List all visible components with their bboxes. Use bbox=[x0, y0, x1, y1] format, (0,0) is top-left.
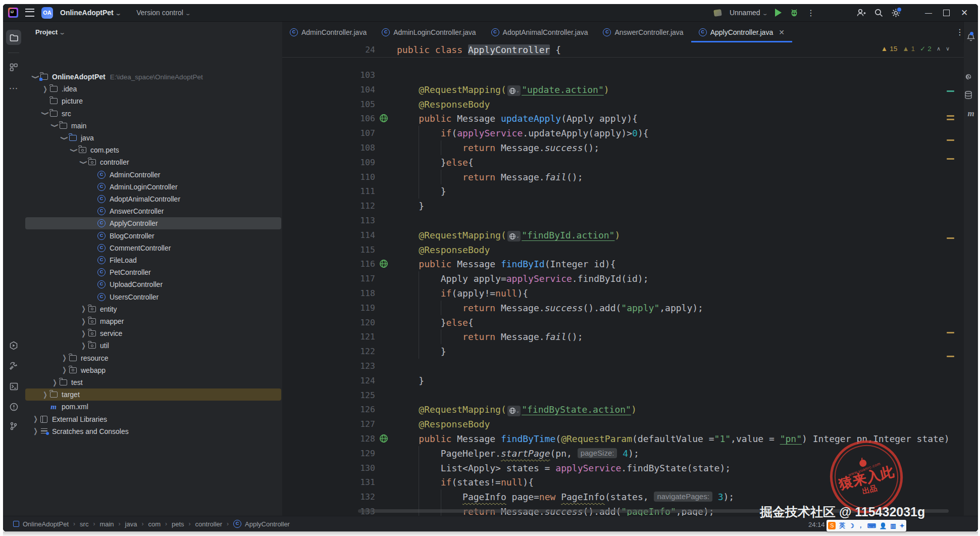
code-line-123[interactable]: 123 bbox=[282, 359, 964, 373]
ime-button-icon[interactable]: 👤 bbox=[880, 522, 887, 529]
passed-count[interactable]: ✓2 bbox=[920, 44, 932, 53]
code-line-118[interactable]: 118if(apply!=null){ bbox=[282, 286, 964, 301]
services-toolwindow-icon[interactable] bbox=[6, 338, 21, 353]
line-number[interactable]: 103 bbox=[282, 68, 375, 82]
line-number[interactable]: 123 bbox=[282, 359, 375, 373]
error-stripe-mark[interactable] bbox=[947, 237, 954, 239]
tree-chevron-icon[interactable]: ❯ bbox=[79, 342, 88, 350]
error-stripe-mark[interactable] bbox=[947, 90, 954, 92]
error-stripe-mark[interactable] bbox=[947, 119, 954, 120]
code-line-127[interactable]: 127@ResponseBody bbox=[282, 417, 964, 431]
code-line-124[interactable]: 124} bbox=[282, 373, 964, 388]
tree-chevron-icon[interactable]: ❯ bbox=[61, 134, 68, 142]
breadcrumb-item[interactable]: OnlineAdoptPet bbox=[13, 520, 69, 528]
line-number[interactable]: 104 bbox=[282, 82, 375, 97]
ime-toolbar[interactable]: S英☽，⌨👤▥✦ bbox=[827, 520, 906, 531]
error-stripe-mark[interactable] bbox=[947, 332, 954, 333]
line-number[interactable]: 108 bbox=[282, 140, 375, 155]
tree-item-main[interactable]: ❯main bbox=[25, 120, 281, 132]
weak-warning-count[interactable]: ▲1 bbox=[902, 45, 915, 53]
warning-count[interactable]: ▲15 bbox=[881, 45, 897, 53]
tree-chevron-icon[interactable]: ❯ bbox=[41, 391, 49, 398]
notifications-bell-icon[interactable] bbox=[964, 33, 978, 44]
tree-item-petcontroller[interactable]: CPetController bbox=[25, 266, 281, 278]
line-number[interactable]: 119 bbox=[282, 301, 375, 315]
line-number[interactable]: 126 bbox=[282, 402, 375, 417]
tree-item-applycontroller[interactable]: CApplyController bbox=[25, 217, 281, 229]
ime-button-icon[interactable]: ⌨ bbox=[867, 522, 875, 529]
code-line-107[interactable]: 107if(applyService.updateApply(apply)>0)… bbox=[282, 126, 964, 140]
maven-toolwindow-icon[interactable]: m bbox=[964, 109, 978, 119]
git-toolwindow-icon[interactable] bbox=[6, 418, 21, 433]
code-line-126[interactable]: 126@RequestMapping(⌄"findByState.action"… bbox=[282, 402, 964, 417]
tree-chevron-icon[interactable]: ❯ bbox=[80, 158, 87, 167]
tree-item-commentcontroller[interactable]: CCommentController bbox=[25, 242, 281, 254]
tree-item-service[interactable]: ❯service bbox=[25, 327, 281, 339]
editor-tab[interactable]: CAnswerController.java bbox=[595, 22, 691, 42]
window-minimize-button[interactable]: — bbox=[922, 9, 935, 17]
tree-item-entity[interactable]: ❯entity bbox=[25, 303, 281, 315]
tree-item-webapp[interactable]: ❯webapp bbox=[25, 364, 281, 376]
line-number[interactable]: 111 bbox=[282, 184, 375, 199]
ime-button-icon[interactable]: ▥ bbox=[890, 522, 896, 529]
line-number[interactable]: 122 bbox=[282, 344, 375, 359]
line-number[interactable]: 106 bbox=[282, 111, 375, 126]
code-line-114[interactable]: 114@RequestMapping(⌄"findById.action") bbox=[282, 228, 964, 242]
tree-item-admincontroller[interactable]: CAdminController bbox=[25, 169, 281, 181]
breadcrumb-item[interactable]: CApplyController bbox=[233, 520, 290, 528]
url-mapping-globe-chip[interactable]: ⌄ bbox=[507, 231, 521, 241]
endpoint-globe-icon[interactable] bbox=[379, 434, 388, 443]
code-line-112[interactable]: 112} bbox=[282, 199, 964, 213]
main-menu-icon[interactable] bbox=[25, 9, 34, 17]
run-config-selector[interactable]: Unnamed⌄ bbox=[730, 9, 767, 17]
code-line-125[interactable]: 125 bbox=[282, 388, 964, 403]
debug-button[interactable] bbox=[790, 8, 799, 17]
code-line-109[interactable]: 109}else{ bbox=[282, 155, 964, 170]
tree-chevron-icon[interactable]: ❯ bbox=[79, 329, 88, 337]
error-stripe-mark[interactable] bbox=[947, 356, 954, 357]
endpoint-globe-icon[interactable] bbox=[379, 259, 388, 268]
code-line-104[interactable]: 104@RequestMapping(⌄"update.action") bbox=[282, 82, 964, 97]
settings-gear-icon[interactable] bbox=[891, 8, 901, 18]
line-number[interactable]: 132 bbox=[282, 490, 375, 504]
code-line-110[interactable]: 110return Message.fail(); bbox=[282, 170, 964, 184]
tree-chevron-icon[interactable]: ❯ bbox=[70, 146, 78, 155]
line-number[interactable]: 127 bbox=[282, 417, 375, 431]
breadcrumb-item[interactable]: controller bbox=[195, 520, 222, 528]
tree-item-com-pets[interactable]: ❯com.pets bbox=[25, 144, 281, 156]
project-avatar-badge[interactable]: OA bbox=[41, 7, 53, 19]
prev-problem-chevron[interactable]: ∧ bbox=[937, 45, 941, 52]
tree-item-java[interactable]: ❯java bbox=[25, 132, 281, 144]
tree-item-answercontroller[interactable]: CAnswerController bbox=[25, 205, 281, 217]
more-toolwindows-icon[interactable]: ⋯ bbox=[6, 81, 21, 96]
line-number[interactable]: 124 bbox=[282, 373, 375, 388]
code-line-115[interactable]: 115@ResponseBody bbox=[282, 242, 964, 257]
line-number[interactable]: 125 bbox=[282, 388, 375, 403]
line-number[interactable]: 115 bbox=[282, 242, 375, 257]
run-button[interactable] bbox=[775, 9, 782, 17]
window-restore-button[interactable] bbox=[943, 10, 950, 16]
code-line-111[interactable]: 111} bbox=[282, 184, 964, 199]
terminal-toolwindow-icon[interactable] bbox=[6, 379, 21, 394]
inspections-widget[interactable]: ▲15 ▲1 ✓2 ∧ ∨ bbox=[881, 44, 950, 53]
tab-options-button[interactable]: ⋮ bbox=[956, 27, 959, 37]
tree-chevron-icon[interactable]: ❯ bbox=[60, 354, 69, 362]
project-name-menu[interactable]: OnlineAdoptPet⌄ bbox=[60, 9, 120, 17]
ime-button-icon[interactable]: ☽ bbox=[849, 522, 854, 529]
endpoints-toolwindow-icon[interactable] bbox=[964, 72, 978, 81]
error-stripe-mark[interactable] bbox=[947, 115, 954, 117]
tree-chevron-icon[interactable]: ❯ bbox=[41, 85, 49, 92]
tree-item-fileload[interactable]: CFileLoad bbox=[25, 254, 281, 266]
code-line-106[interactable]: 106public Message updateApply(Apply appl… bbox=[282, 111, 964, 126]
tree-item-controller[interactable]: ❯controller bbox=[25, 156, 281, 168]
next-problem-chevron[interactable]: ∨ bbox=[946, 45, 950, 52]
tab-close-icon[interactable]: ✕ bbox=[779, 28, 785, 36]
tree-chevron-icon[interactable]: ❯ bbox=[41, 109, 49, 118]
line-number[interactable]: 116 bbox=[282, 257, 375, 271]
code-line-116[interactable]: 116public Message findById(Integer id){ bbox=[282, 257, 964, 271]
line-number[interactable]: 112 bbox=[282, 199, 375, 213]
editor-tab[interactable]: CAdminController.java bbox=[282, 22, 374, 42]
line-number[interactable]: 113 bbox=[282, 213, 375, 228]
code-line-113[interactable]: 113 bbox=[282, 213, 964, 228]
vcs-menu[interactable]: Version control⌄ bbox=[136, 9, 190, 17]
